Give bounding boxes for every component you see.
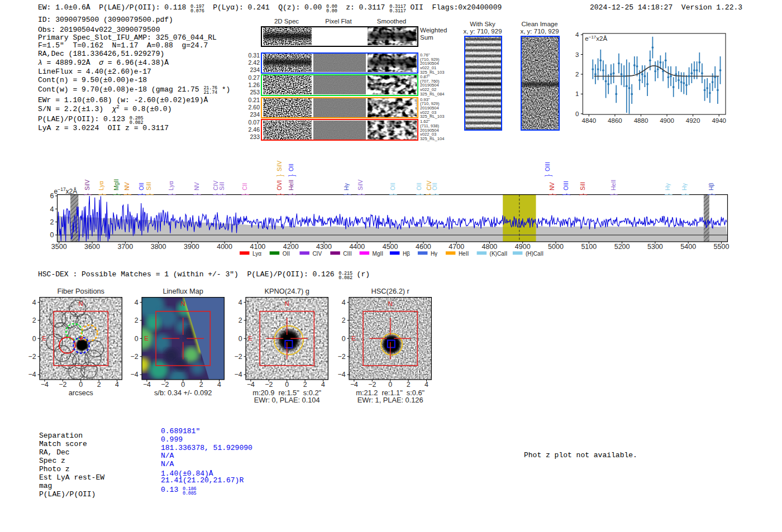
svg-text:5400: 5400 [680,243,696,251]
svg-text:−2: −2 [338,353,346,361]
svg-text:5500: 5500 [714,243,729,251]
svg-text:−2: −2 [131,353,139,361]
svg-text:4300: 4300 [316,243,332,251]
svg-text:4900: 4900 [660,117,674,124]
svg-text:Fiber Positions: Fiber Positions [57,287,104,295]
svg-text:0: 0 [342,335,346,343]
svg-text:2: 2 [32,317,36,324]
svg-text:3700: 3700 [117,243,133,251]
svg-text:2: 2 [407,381,411,389]
svg-text:E: E [351,335,356,342]
svg-text:4200: 4200 [283,243,299,251]
svg-text:−2: −2 [368,381,376,389]
svg-text:2: 2 [342,317,346,324]
svg-text:N: N [181,300,185,307]
svg-text:−4: −4 [338,371,346,378]
svg-text:4: 4 [50,205,54,213]
svg-text:e−17x2Å: e−17x2Å [585,34,607,42]
svg-text:4: 4 [217,381,221,389]
svg-text:3600: 3600 [84,243,100,251]
svg-text:5000: 5000 [548,243,564,251]
svg-text:0: 0 [388,381,392,389]
svg-text:4800: 4800 [481,243,497,251]
svg-text:4: 4 [425,381,428,389]
svg-text:arcsecs: arcsecs [68,389,93,397]
svg-text:0: 0 [32,335,36,343]
svg-text:N: N [285,300,289,307]
svg-text:2: 2 [97,381,101,389]
svg-text:4000: 4000 [217,243,232,251]
svg-text:−4: −4 [247,381,255,389]
svg-text:3: 3 [575,51,579,58]
svg-text:5300: 5300 [647,243,663,251]
svg-text:2: 2 [303,381,307,389]
svg-text:E: E [145,335,149,342]
svg-text:4940: 4940 [712,117,726,124]
svg-text:1: 1 [575,90,579,97]
svg-text:MgII: MgII [373,251,383,257]
svg-text:2: 2 [575,71,579,78]
svg-text:OII: OII [283,251,290,257]
svg-text:OII: OII [288,164,294,171]
svg-text:−4: −4 [131,371,139,378]
svg-text:−4: −4 [235,371,242,378]
svg-text:4: 4 [32,299,36,306]
svg-text:5100: 5100 [581,243,597,251]
svg-text:N: N [78,300,83,307]
svg-text:0: 0 [182,381,185,389]
svg-text:4920: 4920 [686,117,700,124]
svg-text:Lineflux Map: Lineflux Map [163,287,204,295]
svg-text:0: 0 [239,335,242,343]
svg-text:e−17x2Å: e−17x2Å [54,186,78,195]
svg-text:2: 2 [239,317,242,324]
svg-text:4500: 4500 [383,243,398,251]
svg-text:6: 6 [50,192,54,200]
svg-text:4600: 4600 [416,243,431,251]
svg-text:4860: 4860 [608,117,622,124]
svg-text:−4: −4 [28,371,36,378]
svg-text:3500: 3500 [51,243,67,251]
svg-text:}: } [274,174,284,176]
svg-text:(K)CaII: (K)CaII [490,251,508,257]
svg-text:CIV: CIV [312,251,322,257]
svg-text:0: 0 [50,231,54,239]
svg-text:s/b: 0.34 +/- 0.092: s/b: 0.34 +/- 0.092 [154,389,212,397]
svg-text:3800: 3800 [151,243,166,251]
svg-text:}: } [286,174,296,176]
svg-text:4100: 4100 [250,243,265,251]
svg-text:E: E [249,335,253,342]
svg-text:0: 0 [135,335,139,343]
svg-text:4400: 4400 [349,243,365,251]
svg-text:5200: 5200 [614,243,630,251]
svg-text:E: E [42,335,46,342]
svg-text:SiIV: SiIV [276,161,283,171]
svg-text:HSC(26.2) r: HSC(26.2) r [371,287,410,295]
svg-text:−2: −2 [28,353,36,361]
svg-text:4840: 4840 [582,117,597,124]
svg-text:3900: 3900 [184,243,199,251]
svg-text:Hβ: Hβ [403,251,410,257]
svg-text:4: 4 [115,381,119,389]
svg-text:4880: 4880 [634,117,649,124]
svg-text:CIII: CIII [343,251,352,257]
svg-text:4: 4 [575,31,579,38]
svg-text:0: 0 [285,381,289,389]
svg-text:EWr: 1, PLAE: 0.126: EWr: 1, PLAE: 0.126 [357,396,423,404]
svg-text:−2: −2 [265,381,273,389]
svg-text:−2: −2 [235,353,242,361]
svg-text:4: 4 [135,299,139,306]
svg-text:4: 4 [321,381,325,389]
svg-text:}: } [542,174,552,176]
svg-text:0: 0 [79,381,83,389]
svg-text:Hγ: Hγ [431,251,437,257]
svg-text:2: 2 [135,317,139,324]
svg-text:−4: −4 [143,381,151,389]
svg-text:HeII: HeII [459,251,469,257]
svg-text:N: N [388,300,393,307]
svg-text:OIII: OIII [544,162,551,171]
svg-text:4: 4 [342,299,346,306]
svg-text:2: 2 [199,381,203,389]
svg-text:4900: 4900 [515,243,531,251]
svg-text:−2: −2 [59,381,66,389]
svg-text:(H)CaII: (H)CaII [526,251,543,257]
